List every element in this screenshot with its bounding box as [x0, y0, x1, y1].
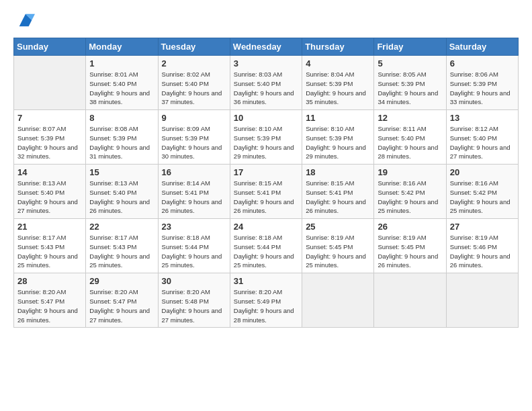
day-number: 6	[450, 58, 515, 68]
day-number: 27	[450, 222, 515, 232]
day-number: 15	[89, 167, 154, 177]
calendar-week-4: 21 Sunrise: 8:17 AMSunset: 5:43 PMDaylig…	[14, 219, 519, 273]
day-info: Sunrise: 8:19 AMSunset: 5:45 PMDaylight:…	[306, 233, 370, 270]
day-info: Sunrise: 8:03 AMSunset: 5:40 PMDaylight:…	[234, 70, 298, 107]
weekday-header-monday: Monday	[86, 38, 158, 56]
calendar-cell: 1 Sunrise: 8:01 AMSunset: 5:40 PMDayligh…	[86, 56, 158, 110]
calendar-cell: 29 Sunrise: 8:20 AMSunset: 5:47 PMDaylig…	[86, 273, 158, 328]
calendar-cell: 16 Sunrise: 8:14 AMSunset: 5:41 PMDaylig…	[158, 165, 230, 219]
day-number: 4	[306, 58, 370, 68]
day-info: Sunrise: 8:10 AMSunset: 5:39 PMDaylight:…	[234, 124, 298, 161]
day-number: 11	[306, 113, 370, 123]
calendar-cell: 28 Sunrise: 8:20 AMSunset: 5:47 PMDaylig…	[14, 273, 86, 328]
calendar-cell: 11 Sunrise: 8:10 AMSunset: 5:39 PMDaylig…	[302, 110, 374, 165]
day-info: Sunrise: 8:14 AMSunset: 5:41 PMDaylight:…	[162, 179, 226, 216]
calendar-cell: 10 Sunrise: 8:10 AMSunset: 5:39 PMDaylig…	[230, 110, 302, 165]
calendar-cell: 5 Sunrise: 8:05 AMSunset: 5:39 PMDayligh…	[374, 56, 446, 110]
calendar-cell: 2 Sunrise: 8:02 AMSunset: 5:40 PMDayligh…	[158, 56, 230, 110]
page-container: SundayMondayTuesdayWednesdayThursdayFrid…	[0, 0, 532, 334]
calendar-cell: 26 Sunrise: 8:19 AMSunset: 5:45 PMDaylig…	[374, 219, 446, 273]
day-number: 21	[17, 222, 82, 232]
calendar-header: SundayMondayTuesdayWednesdayThursdayFrid…	[14, 38, 519, 56]
calendar-cell	[374, 273, 446, 328]
day-info: Sunrise: 8:15 AMSunset: 5:41 PMDaylight:…	[234, 179, 298, 216]
day-info: Sunrise: 8:10 AMSunset: 5:39 PMDaylight:…	[306, 124, 370, 161]
calendar-cell: 12 Sunrise: 8:11 AMSunset: 5:40 PMDaylig…	[374, 110, 446, 165]
day-info: Sunrise: 8:20 AMSunset: 5:47 PMDaylight:…	[89, 287, 154, 324]
weekday-header-friday: Friday	[374, 38, 446, 56]
calendar-week-2: 7 Sunrise: 8:07 AMSunset: 5:39 PMDayligh…	[14, 110, 519, 165]
day-info: Sunrise: 8:08 AMSunset: 5:39 PMDaylight:…	[89, 124, 154, 161]
day-info: Sunrise: 8:17 AMSunset: 5:43 PMDaylight:…	[17, 233, 82, 270]
day-number: 10	[234, 113, 298, 123]
weekday-header-sunday: Sunday	[14, 38, 86, 56]
day-info: Sunrise: 8:15 AMSunset: 5:41 PMDaylight:…	[306, 179, 370, 216]
calendar-cell	[302, 273, 374, 328]
day-number: 16	[162, 167, 226, 177]
calendar-cell: 13 Sunrise: 8:12 AMSunset: 5:40 PMDaylig…	[446, 110, 518, 165]
day-info: Sunrise: 8:07 AMSunset: 5:39 PMDaylight:…	[17, 124, 82, 161]
calendar-cell: 17 Sunrise: 8:15 AMSunset: 5:41 PMDaylig…	[230, 165, 302, 219]
day-number: 31	[234, 276, 298, 286]
day-info: Sunrise: 8:06 AMSunset: 5:39 PMDaylight:…	[450, 70, 515, 107]
calendar-cell: 31 Sunrise: 8:20 AMSunset: 5:49 PMDaylig…	[230, 273, 302, 328]
day-info: Sunrise: 8:13 AMSunset: 5:40 PMDaylight:…	[89, 179, 154, 216]
day-info: Sunrise: 8:17 AMSunset: 5:43 PMDaylight:…	[89, 233, 154, 270]
calendar-cell: 14 Sunrise: 8:13 AMSunset: 5:40 PMDaylig…	[14, 165, 86, 219]
day-number: 1	[89, 58, 154, 68]
day-number: 29	[89, 276, 154, 286]
day-info: Sunrise: 8:09 AMSunset: 5:39 PMDaylight:…	[162, 124, 226, 161]
day-number: 24	[234, 222, 298, 232]
day-info: Sunrise: 8:13 AMSunset: 5:40 PMDaylight:…	[17, 179, 82, 216]
calendar-cell: 22 Sunrise: 8:17 AMSunset: 5:43 PMDaylig…	[86, 219, 158, 273]
weekday-header-thursday: Thursday	[302, 38, 374, 56]
calendar-cell: 23 Sunrise: 8:18 AMSunset: 5:44 PMDaylig…	[158, 219, 230, 273]
calendar-cell: 8 Sunrise: 8:08 AMSunset: 5:39 PMDayligh…	[86, 110, 158, 165]
day-info: Sunrise: 8:16 AMSunset: 5:42 PMDaylight:…	[450, 179, 515, 216]
weekday-header-tuesday: Tuesday	[158, 38, 230, 56]
day-info: Sunrise: 8:04 AMSunset: 5:39 PMDaylight:…	[306, 70, 370, 107]
calendar-cell: 3 Sunrise: 8:03 AMSunset: 5:40 PMDayligh…	[230, 56, 302, 110]
day-info: Sunrise: 8:05 AMSunset: 5:39 PMDaylight:…	[378, 70, 442, 107]
calendar-cell: 6 Sunrise: 8:06 AMSunset: 5:39 PMDayligh…	[446, 56, 518, 110]
logo	[13, 11, 35, 30]
day-number: 13	[450, 113, 515, 123]
calendar-cell: 15 Sunrise: 8:13 AMSunset: 5:40 PMDaylig…	[86, 165, 158, 219]
calendar-cell: 18 Sunrise: 8:15 AMSunset: 5:41 PMDaylig…	[302, 165, 374, 219]
day-number: 19	[378, 167, 442, 177]
day-info: Sunrise: 8:12 AMSunset: 5:40 PMDaylight:…	[450, 124, 515, 161]
day-number: 7	[17, 113, 82, 123]
logo-icon	[16, 11, 35, 30]
day-number: 12	[378, 113, 442, 123]
day-number: 28	[17, 276, 82, 286]
day-info: Sunrise: 8:19 AMSunset: 5:45 PMDaylight:…	[378, 233, 442, 270]
calendar-body: 1 Sunrise: 8:01 AMSunset: 5:40 PMDayligh…	[14, 56, 519, 328]
day-info: Sunrise: 8:01 AMSunset: 5:40 PMDaylight:…	[89, 70, 154, 107]
day-info: Sunrise: 8:02 AMSunset: 5:40 PMDaylight:…	[162, 70, 226, 107]
calendar-week-1: 1 Sunrise: 8:01 AMSunset: 5:40 PMDayligh…	[14, 56, 519, 110]
calendar-week-3: 14 Sunrise: 8:13 AMSunset: 5:40 PMDaylig…	[14, 165, 519, 219]
calendar-cell: 21 Sunrise: 8:17 AMSunset: 5:43 PMDaylig…	[14, 219, 86, 273]
header	[13, 11, 519, 30]
day-info: Sunrise: 8:18 AMSunset: 5:44 PMDaylight:…	[234, 233, 298, 270]
calendar-cell: 20 Sunrise: 8:16 AMSunset: 5:42 PMDaylig…	[446, 165, 518, 219]
calendar-cell: 19 Sunrise: 8:16 AMSunset: 5:42 PMDaylig…	[374, 165, 446, 219]
day-number: 23	[162, 222, 226, 232]
day-number: 17	[234, 167, 298, 177]
day-info: Sunrise: 8:19 AMSunset: 5:46 PMDaylight:…	[450, 233, 515, 270]
day-info: Sunrise: 8:20 AMSunset: 5:48 PMDaylight:…	[162, 287, 226, 324]
day-number: 22	[89, 222, 154, 232]
day-number: 20	[450, 167, 515, 177]
day-number: 2	[162, 58, 226, 68]
day-number: 3	[234, 58, 298, 68]
day-number: 14	[17, 167, 82, 177]
day-info: Sunrise: 8:20 AMSunset: 5:47 PMDaylight:…	[17, 287, 82, 324]
day-info: Sunrise: 8:11 AMSunset: 5:40 PMDaylight:…	[378, 124, 442, 161]
calendar-cell: 25 Sunrise: 8:19 AMSunset: 5:45 PMDaylig…	[302, 219, 374, 273]
day-info: Sunrise: 8:20 AMSunset: 5:49 PMDaylight:…	[234, 287, 298, 324]
calendar-cell: 24 Sunrise: 8:18 AMSunset: 5:44 PMDaylig…	[230, 219, 302, 273]
day-info: Sunrise: 8:18 AMSunset: 5:44 PMDaylight:…	[162, 233, 226, 270]
calendar-table: SundayMondayTuesdayWednesdayThursdayFrid…	[13, 38, 519, 328]
day-number: 18	[306, 167, 370, 177]
calendar-cell	[446, 273, 518, 328]
